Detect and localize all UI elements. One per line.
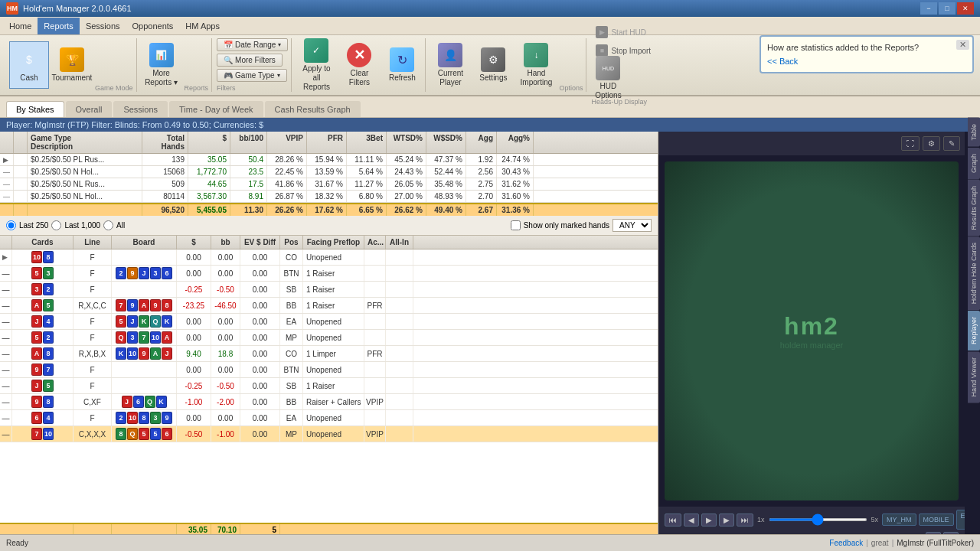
hands-row[interactable]: — A 5 R,X,C,C 7 9 A 9 8 -23.25 -46.50 <box>0 298 658 314</box>
tab-overall[interactable]: Overall <box>66 101 113 117</box>
stats-row[interactable]: — $0.25/$0.50 NL Rus... 509 44.65 17.5 4… <box>0 178 658 191</box>
mobile-button[interactable]: MOBILE <box>919 514 954 526</box>
card: 4 <box>43 412 54 424</box>
hud-group: ▶ Start HUD ■ Stop Import HUD HUDOptions… <box>588 38 658 92</box>
hands-row[interactable]: — 3 2 F -0.25 -0.50 0.00 SB 1 Raiser <box>0 282 658 298</box>
col-bb100[interactable]: bb/100 <box>230 132 267 153</box>
hands-row[interactable]: — 7 10 C,X,X,X 8 Q 5 5 6 -0.50 -1.00 <box>0 426 658 442</box>
current-player-button[interactable]: 👤 CurrentPlayer <box>430 41 470 89</box>
help-panel: ✕ How are statistics added to the Report… <box>760 35 974 73</box>
facing-preflop-filter[interactable]: ANY <box>612 219 652 232</box>
menu-reports[interactable]: Reports <box>38 18 80 34</box>
export-hand-button[interactable]: EXPORT HAND <box>956 510 965 530</box>
col-3bet[interactable]: 3Bet <box>347 132 387 153</box>
last-250-radio[interactable] <box>6 220 16 230</box>
speed-slider[interactable] <box>769 518 867 521</box>
side-tab-replayer[interactable]: Replayer <box>968 311 980 350</box>
menu-hm-apps[interactable]: HM Apps <box>179 18 226 34</box>
card: A <box>150 347 161 360</box>
hands-table-wrap[interactable]: Cards Line Board $ bb EV $ Diff Pos Faci… <box>0 236 658 523</box>
prev-prev-button[interactable]: ⏮ <box>665 514 681 527</box>
hands-row[interactable]: — 5 3 F 2 9 J 3 6 0.00 0.00 0.00 <box>0 266 658 282</box>
col-line[interactable]: Line <box>74 236 112 249</box>
hands-row[interactable]: ▶ 10 8 F 0.00 0.00 0.00 CO Unopened <box>0 249 658 266</box>
col-pos[interactable]: Pos <box>280 236 303 249</box>
hands-row[interactable]: — J 4 F 5 J K Q K 0.00 0.00 0.00 <box>0 314 658 330</box>
main-area: Game TypeDescription TotalHands $ bb/100… <box>0 132 980 548</box>
hands-row[interactable]: — 9 7 F 0.00 0.00 0.00 BTN Unopened <box>0 362 658 378</box>
col-dollar[interactable]: $ <box>188 132 230 153</box>
prev-button[interactable]: ◀ <box>684 514 699 527</box>
col-cards[interactable]: Cards <box>12 236 74 249</box>
col-ac[interactable]: Ac... <box>364 236 386 249</box>
more-filters-button[interactable]: 🔍 More Filters <box>217 54 283 67</box>
col-board[interactable]: Board <box>112 236 177 249</box>
col-agg[interactable]: Agg <box>466 132 497 153</box>
edit-replayer-button[interactable]: ✎ <box>943 136 960 151</box>
settings-replayer-button[interactable]: ⚙ <box>923 136 940 151</box>
side-tab-table[interactable]: Table <box>968 118 980 147</box>
show-marked-checkbox[interactable] <box>511 220 521 230</box>
start-hud-label: Start HUD <box>611 28 646 37</box>
expand-icon[interactable]: ▶ <box>3 156 8 164</box>
date-range-button[interactable]: 📅 Date Range ▾ <box>217 38 288 51</box>
minimize-button[interactable]: − <box>920 2 937 15</box>
menu-sessions[interactable]: Sessions <box>80 18 126 34</box>
menu-home[interactable]: Home <box>3 18 38 34</box>
game-type-button[interactable]: 🎮 Game Type ▾ <box>217 69 287 82</box>
fullscreen-button[interactable]: ⛶ <box>901 136 920 151</box>
next-button[interactable]: ▶ <box>719 514 734 527</box>
more-reports-button[interactable]: 📊 MoreReports ▾ <box>142 41 181 89</box>
play-button[interactable]: ▶ <box>701 514 717 527</box>
col-ev-diff[interactable]: EV $ Diff <box>240 236 280 249</box>
tournament-button[interactable]: 🏆 Tournament <box>52 41 92 89</box>
feedback-button[interactable]: Feedback <box>829 539 863 547</box>
refresh-button[interactable]: ↻ Refresh <box>382 41 422 89</box>
col-facing[interactable]: Facing Preflop <box>303 236 364 249</box>
side-tab-hole-cards[interactable]: Hold'em Hole Cards <box>968 236 980 310</box>
my-hm-button[interactable]: MY_HM <box>882 514 916 526</box>
col-wssd[interactable]: W$SD% <box>426 132 466 153</box>
tab-time-day[interactable]: Time - Day of Week <box>169 101 263 117</box>
cash-button[interactable]: $ Cash <box>9 41 49 89</box>
col-allin[interactable]: All-In <box>386 236 413 249</box>
col-hands-bb[interactable]: bb <box>211 236 240 249</box>
col-wtsd[interactable]: WTSD% <box>387 132 426 153</box>
hands-row[interactable]: — J 5 F -0.25 -0.50 0.00 SB 1 Raiser <box>0 378 658 394</box>
col-pfr[interactable]: PFR <box>307 132 347 153</box>
stats-row[interactable]: — $0.25/$0.50 NL Hol... 80114 3,567.30 8… <box>0 191 658 203</box>
last-1000-radio[interactable] <box>51 220 61 230</box>
close-button[interactable]: ✕ <box>957 2 974 15</box>
tab-sessions[interactable]: Sessions <box>113 101 168 117</box>
settings-button[interactable]: ⚙ Settings <box>473 41 513 89</box>
col-total-hands[interactable]: TotalHands <box>142 132 188 153</box>
help-close-button[interactable]: ✕ <box>956 40 969 50</box>
col-aggpct[interactable]: Agg% <box>497 132 534 153</box>
side-tab-hand-viewer[interactable]: Hand Viewer <box>968 351 980 403</box>
help-back-link[interactable]: << Back <box>767 57 798 66</box>
start-hud-button[interactable]: ▶ Start HUD <box>591 24 651 40</box>
hands-row[interactable]: — 6 4 F 2 10 8 3 9 0.00 0.00 0.0 <box>0 410 658 426</box>
tab-by-stakes[interactable]: By Stakes <box>6 101 64 117</box>
hand-importing-button[interactable]: ↓ HandImporting <box>516 41 556 89</box>
side-tab-graph[interactable]: Graph <box>968 148 980 179</box>
hands-row[interactable]: — 5 2 F Q 3 7 10 A 0.00 0.00 0.0 <box>0 330 658 346</box>
menu-opponents[interactable]: Opponents <box>126 18 180 34</box>
clear-filters-button[interactable]: ✕ Clear Filters <box>339 41 379 89</box>
stats-row[interactable]: ▶ $0.25/$0.50 PL Rus... 139 35.05 50.4 2… <box>0 154 658 166</box>
apply-all-button[interactable]: ✓ Apply to allReports <box>296 41 336 89</box>
hands-filter-group: Last 250 Last 1,000 All <box>6 220 125 230</box>
col-hands-dollar[interactable]: $ <box>177 236 211 249</box>
col-game-type[interactable]: Game TypeDescription <box>28 132 142 153</box>
restore-button[interactable]: □ <box>939 2 956 15</box>
side-tab-results-graph[interactable]: Results Graph <box>968 180 980 236</box>
all-radio[interactable] <box>103 220 113 230</box>
hands-row[interactable]: — A 8 R,X,B,X K 10 9 A J 9.40 18.8 <box>0 346 658 362</box>
next-next-button[interactable]: ⏭ <box>737 514 753 527</box>
hands-row[interactable]: — 9 8 C,XF J 6 Q K -1.00 -2.00 0.00 <box>0 394 658 410</box>
card: 10 <box>43 428 54 440</box>
hud-options-button[interactable]: HUD HUDOptions <box>591 61 625 95</box>
tab-cash-results[interactable]: Cash Results Graph <box>265 101 361 117</box>
col-vpip[interactable]: VPIP <box>267 132 307 153</box>
stats-row[interactable]: — $0.25/$0.50 N Hol... 15068 1,772.70 23… <box>0 166 658 178</box>
